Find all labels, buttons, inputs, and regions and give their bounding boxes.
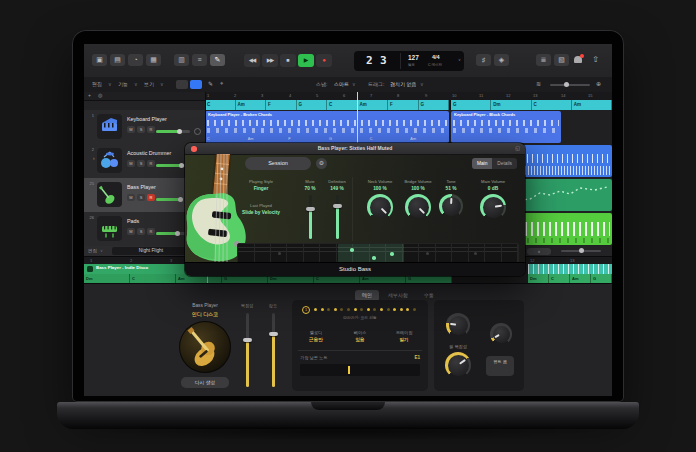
mute-button[interactable]: M xyxy=(127,160,135,167)
lowest-note-slider[interactable] xyxy=(300,364,420,376)
dead-notes-button[interactable]: 뮤트 음 xyxy=(486,356,514,376)
bass-chord-row-right[interactable]: Dm C Am G xyxy=(528,274,612,283)
strip-chord-cell[interactable]: Dm xyxy=(528,274,549,283)
mixer-icon[interactable]: ▥ xyxy=(174,54,189,66)
drag-value[interactable]: 겹치기 없음 xyxy=(390,81,416,87)
record-enable-button[interactable]: R xyxy=(147,126,155,133)
volume-slider[interactable] xyxy=(156,130,190,133)
chord-cell[interactable]: C xyxy=(205,100,236,110)
playhead[interactable] xyxy=(357,92,358,143)
menu-view[interactable]: 보기 xyxy=(144,81,154,87)
mute-button[interactable]: M xyxy=(127,194,135,201)
record-button[interactable]: ● xyxy=(316,54,332,67)
snap-value[interactable]: 스마트 xyxy=(334,81,349,87)
pattern-dots[interactable] xyxy=(314,308,416,311)
division-popup[interactable]: ∨ xyxy=(527,248,551,255)
hzoom-thumb[interactable] xyxy=(579,248,584,253)
strip-chord-cell[interactable]: C xyxy=(549,274,570,283)
strip-chord-cell[interactable]: Dm xyxy=(84,274,130,283)
lowest-note-thumb[interactable] xyxy=(348,366,350,374)
chord-cell[interactable]: C xyxy=(532,100,572,110)
list-editors-icon[interactable]: ≣ xyxy=(536,54,551,66)
solo-button[interactable]: S xyxy=(137,160,145,167)
chord-cell[interactable]: G xyxy=(451,100,491,110)
chord-cell[interactable]: Dm xyxy=(491,100,531,110)
region-block-chords[interactable]: Keyboard Player - Block Chords xyxy=(451,111,561,143)
track-filter-icon[interactable]: ◎ xyxy=(98,92,102,98)
chord-cell[interactable]: Am xyxy=(236,100,267,110)
intensity-slider[interactable] xyxy=(272,313,275,387)
chord-track-right[interactable]: G Dm C Am xyxy=(451,100,612,110)
pencil-icon[interactable]: ✎ xyxy=(208,80,213,87)
chord-cell[interactable]: G xyxy=(419,100,450,110)
playing-style-popup[interactable]: Finger xyxy=(239,186,283,191)
player-avatar[interactable] xyxy=(179,321,231,373)
master-assistant-icon[interactable]: ◈ xyxy=(494,54,509,66)
view-main-button[interactable]: Main xyxy=(472,158,492,169)
editors-icon[interactable]: ≡ xyxy=(192,54,207,66)
chord-cell[interactable]: G xyxy=(297,100,328,110)
chord-cell[interactable]: F xyxy=(388,100,419,110)
chord-cell[interactable]: C xyxy=(327,100,358,110)
mute-slider[interactable] xyxy=(309,195,312,239)
share-icon[interactable]: ⇧ xyxy=(588,54,603,66)
chord-cell[interactable]: Am xyxy=(358,100,389,110)
library-icon[interactable]: ▤ xyxy=(110,54,125,66)
link-icon[interactable]: ◱ xyxy=(515,145,520,151)
main-volume-knob[interactable] xyxy=(480,194,506,220)
fill-complexity-knob[interactable] xyxy=(445,352,471,378)
chord-track-left[interactable]: C Am F G C Am F G xyxy=(205,100,449,110)
complexity-slider[interactable] xyxy=(246,313,249,387)
bass-popup[interactable]: 있음 xyxy=(340,337,380,342)
menu-functions[interactable]: 기능 xyxy=(118,81,128,87)
lcd-display[interactable]: 2 3 127 템포 4/4 C 메이저 ∨ xyxy=(354,51,464,71)
zoom-slider[interactable] xyxy=(550,84,590,86)
tuner-icon[interactable]: ♯ xyxy=(476,54,491,66)
region-tool-icon[interactable] xyxy=(176,80,188,89)
melody-popup[interactable]: 근음만 xyxy=(296,337,336,342)
pencil-tool-icon[interactable]: ✎ xyxy=(210,54,225,66)
gear-icon[interactable]: ⚙ xyxy=(316,158,327,169)
chord-cell[interactable]: Am xyxy=(572,100,612,110)
swing-knob[interactable] xyxy=(490,323,512,345)
neck-volume-knob[interactable] xyxy=(367,194,393,220)
lowest-note-value[interactable]: E1 xyxy=(414,355,420,360)
marquee-tool-icon[interactable] xyxy=(190,80,202,89)
menu-edit[interactable]: 편집 xyxy=(92,81,102,87)
solo-button[interactable]: S xyxy=(137,194,145,201)
stop-button[interactable]: ■ xyxy=(280,54,296,67)
pan-knob[interactable] xyxy=(194,128,201,135)
phrasing-popup[interactable]: 밀기 xyxy=(384,337,424,342)
mute-button[interactable]: M xyxy=(127,228,135,235)
bridge-volume-knob[interactable] xyxy=(405,194,431,220)
edit-menu[interactable]: 편집 xyxy=(88,248,97,253)
track-row-keyboard-player[interactable]: 1 Keyboard Player M S R xyxy=(84,110,205,145)
waveform-zoom-icon[interactable]: ≋ xyxy=(536,80,541,87)
zoom-slider-thumb[interactable] xyxy=(564,82,569,87)
solo-button[interactable]: S xyxy=(137,228,145,235)
zoom-in-icon[interactable]: ⊕ xyxy=(596,80,601,87)
lcd-caret-icon[interactable]: ∨ xyxy=(458,57,461,62)
solo-button[interactable]: S xyxy=(137,126,145,133)
disclosure-icon[interactable]: › xyxy=(93,155,95,161)
add-track-icon[interactable]: + xyxy=(88,92,91,98)
note-pads-icon[interactable]: ▧ xyxy=(554,54,569,66)
forward-button[interactable]: ▶▶ xyxy=(262,54,278,67)
tone-knob[interactable] xyxy=(439,194,463,218)
strip-chord-cell[interactable]: C xyxy=(130,274,176,283)
zoom-tool-icon[interactable]: ⌖ xyxy=(220,80,223,87)
mute-button[interactable]: M xyxy=(127,126,135,133)
rewind-button[interactable]: ◀◀ xyxy=(244,54,260,67)
smart-controls-icon[interactable]: ▦ xyxy=(146,54,161,66)
hzoom-slider[interactable] xyxy=(561,250,601,252)
regenerate-button[interactable]: 다시 생성 xyxy=(181,377,229,388)
region-broken-chords[interactable]: Keyboard Player - Broken Chords CAm FG C… xyxy=(205,111,449,143)
record-enable-button[interactable]: R xyxy=(147,194,155,201)
strip-chord-cell[interactable]: Am xyxy=(570,274,591,283)
view-details-button[interactable]: Details xyxy=(492,158,517,169)
preset-popup[interactable]: Session xyxy=(245,157,311,170)
play-button[interactable]: ▶ xyxy=(298,54,314,67)
definition-slider[interactable] xyxy=(336,195,339,239)
strip-chord-cell[interactable]: G xyxy=(591,274,612,283)
quick-help-icon[interactable]: ▣ xyxy=(92,54,107,66)
